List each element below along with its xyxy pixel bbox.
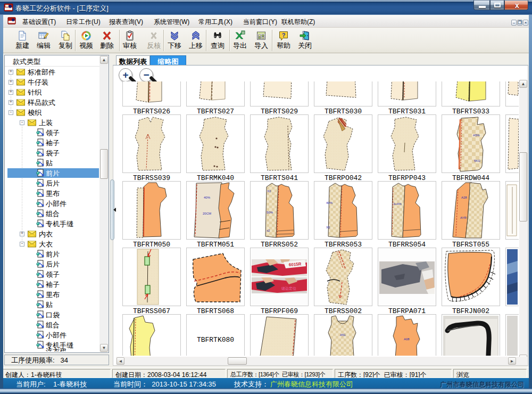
svg-text:3+4%: 3+4% bbox=[393, 202, 402, 206]
svg-text:6015R: 6015R bbox=[289, 261, 302, 267]
svg-text:?: ? bbox=[282, 32, 286, 38]
svg-text:AYR: AYR bbox=[460, 216, 467, 219]
svg-text:A28: A28 bbox=[461, 196, 467, 199]
svg-text:TBFRTK080: TBFRTK080 bbox=[197, 336, 234, 344]
svg-text:5KG: 5KG bbox=[474, 159, 480, 162]
svg-text:A08: A08 bbox=[404, 338, 410, 341]
svg-text:40%: 40% bbox=[326, 201, 333, 204]
svg-text:40%: 40% bbox=[204, 196, 211, 199]
svg-text:X2: X2 bbox=[326, 226, 330, 229]
svg-text:X2: X2 bbox=[267, 190, 271, 193]
svg-text:A51: A51 bbox=[340, 333, 346, 336]
svg-text:A5%: A5% bbox=[473, 134, 480, 137]
svg-text:20CM: 20CM bbox=[203, 212, 211, 215]
svg-text:50%: 50% bbox=[267, 211, 273, 214]
svg-text:缝边定位: 缝边定位 bbox=[281, 286, 296, 291]
svg-text:x2: x2 bbox=[267, 229, 270, 232]
